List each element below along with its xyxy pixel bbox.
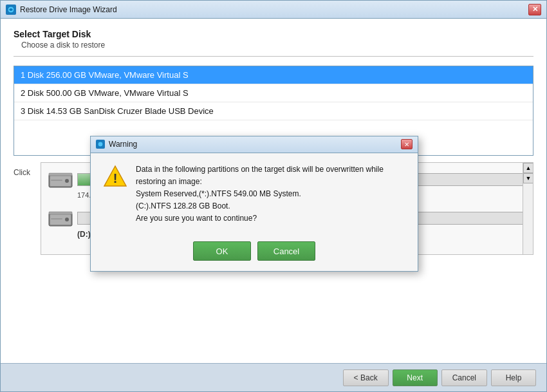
dialog-message: Data in the following partitions on the … xyxy=(136,163,384,225)
cancel-button[interactable]: Cancel xyxy=(441,369,487,386)
drive-icon-1 xyxy=(48,169,73,190)
dialog-ok-button[interactable]: OK xyxy=(193,241,251,261)
dialog-titlebar-left: Warning xyxy=(96,140,137,149)
main-window: Restore Drive Image Wizard ✕ Select Targ… xyxy=(0,0,547,392)
help-button[interactable]: Help xyxy=(491,369,536,386)
svg-point-13 xyxy=(65,218,69,221)
svg-rect-15 xyxy=(49,212,72,214)
dialog-buttons: OK Cancel xyxy=(91,235,418,271)
disk-item-1[interactable]: 1 Disk 256.00 GB VMware, VMware Virtual … xyxy=(14,66,533,84)
dialog-app-icon xyxy=(96,140,105,149)
scroll-up-button[interactable]: ▲ xyxy=(523,163,533,173)
scroll-down-button[interactable]: ▼ xyxy=(523,173,533,183)
next-button[interactable]: Next xyxy=(393,369,438,386)
header-section: Select Target Disk Choose a disk to rest… xyxy=(14,29,533,57)
svg-point-3 xyxy=(65,179,69,183)
warning-dialog[interactable]: Warning ✕ ! Data in the following partit… xyxy=(90,136,418,272)
click-hint: Click xyxy=(14,168,30,177)
dialog-titlebar: Warning ✕ xyxy=(91,136,418,153)
page-subtitle: Choose a disk to restore xyxy=(21,41,533,50)
titlebar: Restore Drive Image Wizard ✕ xyxy=(1,1,546,19)
titlebar-left: Restore Drive Image Wizard xyxy=(6,5,117,15)
svg-rect-5 xyxy=(49,173,72,176)
dialog-body: ! Data in the following partitions on th… xyxy=(91,153,418,236)
dialog-title: Warning xyxy=(109,140,137,149)
disk-item-2[interactable]: 2 Disk 500.00 GB VMware, VMware Virtual … xyxy=(14,84,533,102)
drive-icon-3 xyxy=(48,208,73,229)
svg-text:!: ! xyxy=(113,171,118,185)
disk-item-3[interactable]: 3 Disk 14.53 GB SanDisk Cruzer Blade USB… xyxy=(14,102,533,120)
close-button[interactable]: ✕ xyxy=(528,4,541,15)
window-title: Restore Drive Image Wizard xyxy=(20,5,117,14)
svg-rect-14 xyxy=(51,218,62,219)
page-title: Select Target Disk xyxy=(14,29,533,39)
dialog-close-button[interactable]: ✕ xyxy=(401,139,413,149)
back-button[interactable]: < Back xyxy=(343,369,389,386)
main-content: Select Target Disk Choose a disk to rest… xyxy=(1,19,546,363)
dialog-cancel-button[interactable]: Cancel xyxy=(257,241,315,261)
partition-scrollbar[interactable]: ▲ ▼ xyxy=(523,163,533,254)
bottom-bar: < Back Next Cancel Help xyxy=(1,363,546,391)
app-icon xyxy=(6,5,16,15)
svg-point-21 xyxy=(98,142,103,147)
svg-rect-4 xyxy=(51,180,62,181)
warning-icon: ! xyxy=(104,165,127,188)
